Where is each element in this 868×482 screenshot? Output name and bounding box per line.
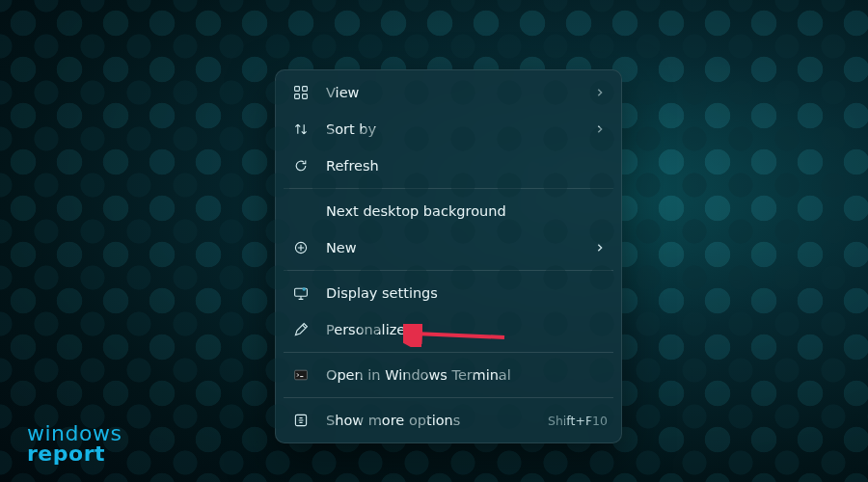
menu-label: View (326, 85, 592, 100)
chevron-right-icon (592, 243, 608, 253)
svg-rect-2 (295, 94, 300, 99)
svg-rect-1 (303, 87, 308, 92)
menu-item-open-in-windows-terminal[interactable]: Open in Windows Terminal (276, 357, 621, 393)
desktop-background: View Sort by Refresh (0, 0, 868, 482)
menu-label: New (326, 240, 592, 255)
refresh-icon (291, 156, 311, 175)
svg-point-6 (302, 287, 306, 291)
menu-label: Personalize (326, 322, 608, 337)
menu-separator (284, 188, 613, 189)
menu-item-refresh[interactable]: Refresh (276, 147, 621, 184)
svg-line-9 (415, 334, 504, 337)
windows-report-logo: windows report (27, 424, 122, 465)
desktop-context-menu: View Sort by Refresh (275, 69, 622, 443)
menu-label: Open in Windows Terminal (326, 367, 608, 383)
menu-label: Display settings (326, 285, 608, 301)
menu-item-view[interactable]: View (276, 74, 621, 111)
show-more-icon (291, 411, 311, 430)
menu-label: Sort by (326, 121, 592, 137)
menu-separator (284, 397, 613, 398)
menu-item-personalize[interactable]: Personalize (276, 311, 621, 348)
view-icon (291, 83, 311, 102)
annotation-arrow (403, 324, 509, 347)
menu-shortcut: Shift+F10 (548, 414, 608, 428)
svg-point-4 (295, 242, 306, 253)
menu-item-display-settings[interactable]: Display settings (276, 275, 621, 311)
logo-line2: report (27, 444, 122, 465)
svg-rect-5 (295, 288, 308, 296)
svg-rect-0 (295, 87, 300, 92)
display-settings-icon (291, 283, 311, 303)
svg-rect-8 (295, 415, 306, 425)
chevron-right-icon (592, 124, 608, 134)
svg-rect-7 (295, 370, 308, 380)
chevron-right-icon (592, 88, 608, 97)
menu-label: Next desktop background (326, 203, 608, 219)
personalize-icon (291, 320, 311, 339)
menu-label: Refresh (326, 158, 608, 174)
menu-item-new[interactable]: New (276, 229, 621, 266)
menu-item-next-desktop-background[interactable]: Next desktop background (276, 193, 621, 229)
menu-item-show-more-options[interactable]: Show more options Shift+F10 (276, 402, 621, 439)
menu-label: Show more options (326, 413, 548, 428)
menu-item-sort-by[interactable]: Sort by (276, 111, 621, 147)
menu-separator (284, 270, 613, 271)
terminal-icon (291, 365, 311, 385)
menu-separator (284, 352, 613, 353)
sort-icon (291, 120, 311, 139)
new-icon (291, 238, 311, 257)
blank-icon (291, 201, 311, 221)
svg-rect-3 (303, 94, 308, 99)
